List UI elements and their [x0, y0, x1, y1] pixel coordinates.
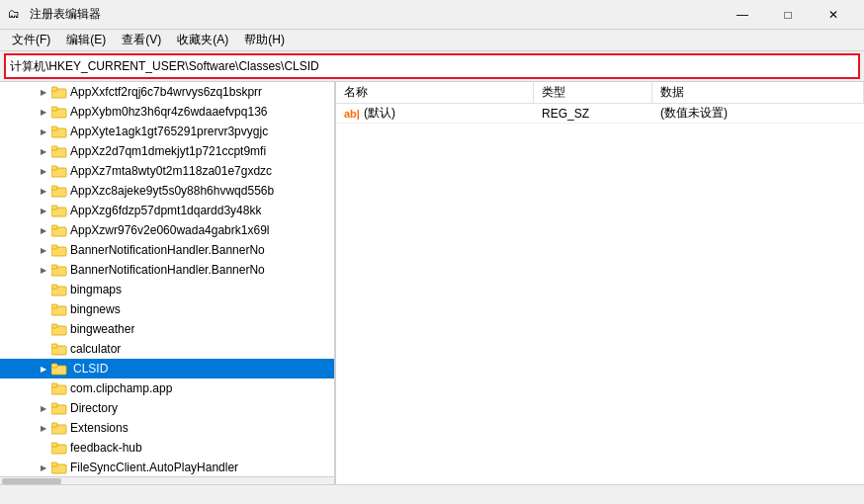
tree-item[interactable]: ▶ Directory — [0, 398, 334, 418]
svg-rect-13 — [51, 206, 57, 210]
expand-arrow-icon — [36, 380, 51, 396]
tree-item[interactable]: ▶ AppXz7mta8wty0t2m118za01e7gxdzc — [0, 161, 334, 181]
tree-item-label: AppXzg6fdzp57dpmt1dqardd3y48kk — [70, 204, 261, 217]
title-bar-controls: — □ ✕ — [720, 0, 856, 30]
tree-item[interactable]: ▶ BannerNotificationHandler.BannerNo — [0, 260, 334, 280]
tree-item[interactable]: ▶ Extensions — [0, 418, 334, 438]
address-bar: 计算机\HKEY_CURRENT_USER\Software\Classes\C… — [4, 53, 860, 79]
minimize-button[interactable]: — — [720, 0, 765, 30]
expand-arrow-icon[interactable]: ▶ — [36, 262, 51, 278]
tree-item[interactable]: ▶ AppXyte1agk1gt765291prervr3pvygjc — [0, 122, 334, 141]
svg-rect-11 — [51, 186, 57, 190]
maximize-button[interactable]: □ — [765, 0, 811, 30]
tree-item[interactable]: ▶ AppXz2d7qm1dmekjyt1p721ccpt9mfi — [0, 141, 334, 161]
svg-rect-39 — [51, 462, 57, 466]
expand-arrow-icon — [36, 301, 51, 317]
column-headers: 名称 类型 数据 — [336, 82, 864, 104]
close-button[interactable]: ✕ — [811, 0, 856, 30]
tree-item[interactable]: ▶ AppXzwr976v2e060wada4gabrk1x69l — [0, 220, 334, 240]
tree-item[interactable]: bingnews — [0, 299, 334, 319]
tree-item[interactable]: bingweather — [0, 319, 334, 339]
expand-arrow-icon[interactable]: ▶ — [36, 104, 51, 120]
svg-rect-1 — [51, 87, 57, 91]
tree-item-label: AppXzwr976v2e060wada4gabrk1x69l — [70, 223, 269, 237]
folder-icon — [51, 362, 67, 376]
tree-item-label: bingweather — [70, 322, 134, 336]
tree-item-label: CLSID — [70, 361, 111, 377]
tree-item[interactable]: calculator — [0, 339, 334, 359]
tree-panel: ▶ AppXxfctf2rqj6c7b4wrvys6zq1bskprr▶ App… — [0, 82, 336, 484]
expand-arrow-icon[interactable]: ▶ — [36, 400, 51, 416]
tree-item[interactable]: feedback-hub — [0, 438, 334, 458]
tree-item[interactable]: ▶ AppXzg6fdzp57dpmt1dqardd3y48kk — [0, 201, 334, 220]
col-header-name[interactable]: 名称 — [336, 82, 534, 103]
tree-item-label: bingmaps — [70, 283, 122, 296]
tree-item-label: AppXz2d7qm1dmekjyt1p721ccpt9mfi — [70, 144, 266, 158]
tree-item[interactable]: ▶ BannerNotificationHandler.BannerNo — [0, 240, 334, 260]
tree-item-label: bingnews — [70, 302, 121, 316]
tree-item-label: AppXxfctf2rqj6c7b4wrvys6zq1bskprr — [70, 85, 262, 99]
tree-item[interactable]: ▶ AppXxfctf2rqj6c7b4wrvys6zq1bskprr — [0, 82, 334, 102]
expand-arrow-icon[interactable]: ▶ — [36, 124, 51, 139]
title-bar: 🗂 注册表编辑器 — □ ✕ — [0, 0, 864, 30]
expand-arrow-icon[interactable]: ▶ — [36, 242, 51, 258]
menu-item[interactable]: 收藏夹(A) — [169, 30, 236, 50]
svg-rect-25 — [51, 324, 57, 328]
folder-icon — [51, 243, 67, 257]
cell-type: REG_SZ — [534, 107, 652, 121]
expand-arrow-icon[interactable]: ▶ — [36, 420, 51, 436]
folder-icon — [51, 223, 67, 237]
folder-icon — [51, 302, 67, 316]
expand-arrow-icon[interactable]: ▶ — [36, 222, 51, 238]
tree-item[interactable]: ▶ AppXzc8ajeke9yt5s0y88h6hvwqd556b — [0, 181, 334, 201]
col-header-type[interactable]: 类型 — [534, 82, 652, 103]
folder-icon — [51, 184, 67, 198]
expand-arrow-icon[interactable]: ▶ — [36, 143, 51, 159]
window-title: 注册表编辑器 — [30, 6, 101, 23]
folder-icon — [51, 125, 67, 138]
main-content: ▶ AppXxfctf2rqj6c7b4wrvys6zq1bskprr▶ App… — [0, 81, 864, 484]
tree-item-label: AppXz7mta8wty0t2m118za01e7gxdzc — [70, 164, 272, 178]
menu-item[interactable]: 文件(F) — [4, 30, 58, 50]
col-header-data[interactable]: 数据 — [652, 82, 864, 103]
right-content[interactable]: ab|(默认)REG_SZ(数值未设置) — [336, 104, 864, 484]
hscroll-thumb[interactable] — [2, 478, 61, 484]
table-row[interactable]: ab|(默认)REG_SZ(数值未设置) — [336, 104, 864, 124]
tree-item-label: AppXyte1agk1gt765291prervr3pvygjc — [70, 125, 268, 138]
folder-icon — [51, 204, 67, 217]
tree-item[interactable]: com.clipchamp.app — [0, 378, 334, 398]
horizontal-scrollbar[interactable] — [0, 476, 334, 484]
folder-icon — [51, 283, 67, 296]
svg-rect-7 — [51, 146, 57, 150]
tree-item-label: AppXybm0hz3h6qr4z6wdaaefvpq136 — [70, 105, 267, 119]
svg-rect-29 — [51, 364, 57, 368]
menu-item[interactable]: 帮助(H) — [236, 30, 293, 50]
tree-content[interactable]: ▶ AppXxfctf2rqj6c7b4wrvys6zq1bskprr▶ App… — [0, 82, 334, 476]
tree-item[interactable]: ▶ FileSyncClient.AutoPlayHandler — [0, 458, 334, 476]
menu-item[interactable]: 查看(V) — [114, 30, 169, 50]
tree-item-label: feedback-hub — [70, 441, 142, 455]
menu-item[interactable]: 编辑(E) — [58, 30, 114, 50]
folder-icon — [51, 342, 67, 356]
expand-arrow-icon[interactable]: ▶ — [36, 460, 51, 475]
tree-item[interactable]: bingmaps — [0, 280, 334, 299]
expand-arrow-icon[interactable]: ▶ — [36, 183, 51, 199]
expand-arrow-icon[interactable]: ▶ — [36, 84, 51, 100]
folder-icon — [51, 441, 67, 455]
status-bar — [0, 484, 864, 504]
expand-arrow-icon[interactable]: ▶ — [36, 203, 51, 218]
tree-item[interactable]: ▶ AppXybm0hz3h6qr4z6wdaaefvpq136 — [0, 102, 334, 122]
expand-arrow-icon[interactable]: ▶ — [36, 361, 51, 377]
cell-name: ab|(默认) — [336, 105, 534, 122]
expand-arrow-icon — [36, 321, 51, 337]
tree-item[interactable]: ▶ CLSID — [0, 359, 334, 378]
tree-item-label: BannerNotificationHandler.BannerNo — [70, 263, 265, 277]
svg-rect-31 — [51, 383, 57, 387]
folder-icon — [51, 421, 67, 435]
svg-rect-17 — [51, 245, 57, 249]
cell-value: (数值未设置) — [652, 105, 864, 122]
expand-arrow-icon — [36, 440, 51, 456]
tree-item-label: AppXzc8ajeke9yt5s0y88h6hvwqd556b — [70, 184, 274, 198]
expand-arrow-icon[interactable]: ▶ — [36, 163, 51, 179]
folder-icon — [51, 85, 67, 99]
